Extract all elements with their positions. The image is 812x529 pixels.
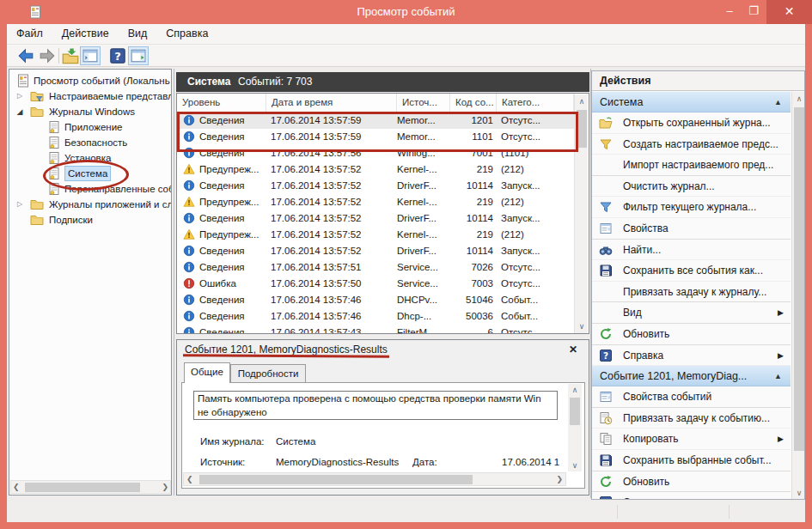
scroll-down-icon[interactable]: ∨ [575,322,589,331]
menu-item-1[interactable]: Действие [52,24,119,44]
detail-hscroll-thumb[interactable] [199,475,473,484]
scroll-up-icon[interactable]: ∧ [575,97,589,106]
action-item-0-9[interactable]: Вид▶ [592,302,791,324]
action-item-0-0[interactable]: Открыть сохраненный журна... [592,112,791,134]
action-item-1-5[interactable]: ?Справка▶ [592,492,791,500]
tree-item-8[interactable]: ▷Журналы приложений и сл [9,197,171,212]
action-item-0-7[interactable]: Сохранить все события как... [592,260,791,282]
tree-item-3[interactable]: Приложение [9,119,171,135]
event-row-4[interactable]: Сведения17.06.2014 13:57:52DriverF...101… [177,178,574,194]
tree-center-divider[interactable] [174,69,174,496]
event-row-12[interactable]: Сведения17.06.2014 13:57:46Dhcp-...50036… [177,308,574,325]
scroll-left-icon[interactable]: ❮ [13,483,20,491]
tree-item-label: Журналы приложений и сл [49,197,172,212]
event-row-8[interactable]: Сведения17.06.2014 13:57:52DriverF...101… [177,243,574,259]
event-row-11[interactable]: Сведения17.06.2014 13:57:46DHCPv...51046… [177,292,574,308]
event-source: Service... [397,276,438,292]
submenu-arrow-icon: ▶ [778,345,784,366]
toolbar-actionpane-icon[interactable] [128,46,149,65]
center-actions-divider[interactable] [590,69,591,498]
menu-item-0[interactable]: Файл [7,24,52,44]
action-item-0-2[interactable]: Импорт настраиваемого пред... [592,155,791,176]
toolbar-back-icon[interactable] [17,47,34,64]
event-code: 51046 [435,292,493,308]
toolbar-helpq-icon[interactable]: ? [109,47,126,64]
scroll-left-icon[interactable]: ❮ [186,475,193,483]
chevron-expanded-icon[interactable]: ◢ [15,104,25,119]
toolbar-openlog-icon[interactable] [62,47,79,64]
action-item-0-4[interactable]: Фильтр текущего журнала... [592,197,791,218]
action-item-0-8[interactable]: Привязать задачу к журналу... [592,282,791,303]
action-item-1-0[interactable]: Свойства событий [592,386,791,408]
tree-item-4[interactable]: Безопасность [9,135,171,150]
event-level: Сведения [199,325,245,334]
menu-item-2[interactable]: Вид [119,24,157,44]
svg-text:?: ? [114,50,121,63]
tree-item-1[interactable]: ▷Настраиваемые представле [9,88,171,104]
event-source: DHCPv... [397,292,437,308]
detail-horizontal-scrollbar[interactable]: ❮ ❯ [183,472,566,486]
actions-scroll-thumb[interactable] [794,107,804,451]
column-header-2[interactable]: Источ... [397,94,450,112]
action-item-1-4[interactable]: Обновить [592,471,791,493]
minimize-button[interactable]: – [718,0,741,24]
collapse-arrow-icon[interactable]: ▲ [774,366,782,386]
event-row-7[interactable]: Предупреж...17.06.2014 13:57:52Kernel-..… [177,227,574,243]
maximize-button[interactable]: ❐ [742,0,765,24]
toolbar-consoletree-icon[interactable] [80,46,101,65]
actions-section-header-0[interactable]: Система▲ [592,92,791,112]
chevron-collapsed-icon[interactable]: ▷ [15,88,25,104]
column-header-3[interactable]: Код со... [450,94,497,112]
tree-item-2[interactable]: ◢Журналы Windows [9,104,171,119]
tree-item-0[interactable]: Просмотр событий (Локальнь [9,73,171,88]
event-row-9[interactable]: Сведения17.06.2014 13:57:51Service...702… [177,259,574,276]
tree-hscroll-thumb[interactable] [25,483,140,492]
menu-item-3[interactable]: Справка [156,24,217,44]
scroll-up-icon[interactable]: ∧ [792,94,805,103]
event-row-5[interactable]: Предупреж...17.06.2014 13:57:52Kernel-..… [177,194,574,210]
event-category: Отсутс... [501,325,540,334]
event-row-6[interactable]: Сведения17.06.2014 13:57:52DriverF...101… [177,210,574,227]
action-item-0-6[interactable]: Найти... [592,240,791,261]
action-item-1-1[interactable]: Привязать задачу к событию... [592,408,791,429]
action-item-0-5[interactable]: Свойства [592,218,791,240]
scroll-right-icon[interactable]: ❯ [162,483,168,491]
detail-close-icon[interactable]: ✕ [565,342,581,357]
scroll-down-icon[interactable]: ∨ [792,489,805,497]
log-name-value: Система [276,436,315,447]
detail-vertical-scrollbar[interactable]: ∧ ∨ [568,384,582,471]
column-header-1[interactable]: Дата и время [266,94,397,112]
scroll-down-icon[interactable]: ∨ [568,461,582,470]
svg-text:?: ? [603,350,608,361]
event-row-3[interactable]: Предупреж...17.06.2014 13:57:52Kernel-..… [177,161,574,178]
event-category: Событ... [501,292,538,308]
action-item-0-11[interactable]: ?Справка▶ [592,345,791,367]
tree-item-9[interactable]: Подписки [9,212,171,228]
action-item-0-3[interactable]: Очистить журнал... [592,176,791,198]
action-item-0-10[interactable]: Обновить [592,324,791,345]
event-row-10[interactable]: Ошибка17.06.2014 13:57:50Service...7003О… [177,276,574,292]
action-item-0-1[interactable]: Создать настраиваемое предс... [592,134,791,155]
tab-details[interactable]: Подробности [230,364,306,383]
action-item-1-3[interactable]: Сохранить выбранные событ... [592,450,791,471]
close-button[interactable]: ✕ [766,0,812,24]
collapse-arrow-icon[interactable]: ▲ [774,92,782,112]
scroll-up-icon[interactable]: ∧ [568,386,582,394]
event-message[interactable]: Память компьютера проверена с помощью ср… [193,391,558,420]
logpage-icon [47,136,61,149]
tab-general[interactable]: Общие [184,362,230,383]
scroll-right-icon[interactable]: ❯ [556,475,563,483]
tree-horizontal-scrollbar[interactable]: ❮ ❯ [10,480,171,494]
chevron-collapsed-icon[interactable]: ▷ [15,197,25,212]
column-header-4[interactable]: Катего... [497,94,574,112]
date-value: 17.06.2014 1 [502,457,559,467]
actions-scrollbar[interactable]: ∧ ∨ [791,92,805,500]
toolbar-forward-icon[interactable] [39,47,56,64]
detail-content: Память компьютера проверена с помощью ср… [181,382,585,489]
column-header-0[interactable]: Уровень [177,94,266,112]
info-icon [183,294,195,306]
detail-scroll-thumb[interactable] [570,398,580,425]
event-row-13[interactable]: Сведения17.06.2014 13:57:43FilterM...6От… [177,325,574,334]
actions-section-header-1[interactable]: Событие 1201, MemoryDiag...▲ [592,366,791,386]
action-item-1-2[interactable]: Копировать▶ [592,429,791,450]
